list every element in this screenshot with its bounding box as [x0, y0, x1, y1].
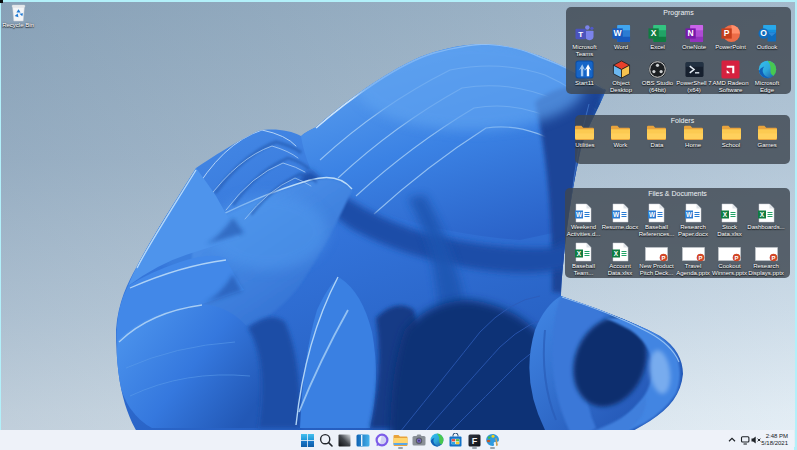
svg-text:O: O	[760, 28, 767, 38]
svg-text:W: W	[612, 211, 619, 218]
svg-text:X: X	[759, 211, 764, 218]
svg-text:W: W	[649, 211, 656, 218]
svg-text:P: P	[698, 255, 702, 261]
svg-text:W: W	[685, 211, 692, 218]
svg-text:W: W	[576, 211, 583, 218]
svg-text:P: P	[724, 28, 730, 38]
svg-text:X: X	[613, 250, 618, 257]
svg-text:N: N	[687, 28, 693, 38]
svg-text:P: P	[734, 255, 738, 261]
svg-text:T: T	[578, 30, 583, 39]
svg-text:X: X	[577, 250, 582, 257]
svg-text:F: F	[472, 436, 478, 446]
svg-text:X: X	[723, 211, 728, 218]
svg-text:X: X	[651, 28, 657, 38]
svg-text:W: W	[613, 28, 622, 38]
svg-text:P: P	[771, 255, 775, 261]
svg-text:P: P	[661, 255, 665, 261]
